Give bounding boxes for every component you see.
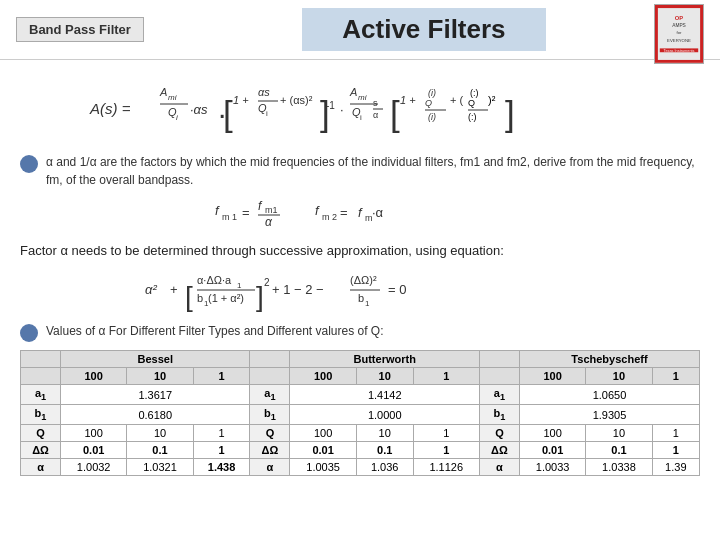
bessel-alpha-100: 1.0032 (61, 459, 127, 476)
butterworth-q-1: 1 (413, 425, 479, 442)
svg-text:=: = (242, 205, 250, 220)
th-bessel: Bessel (61, 351, 250, 368)
svg-text:f: f (358, 205, 363, 220)
tschebyscheff-q-10: 10 (586, 425, 652, 442)
butterworth-q-10: 10 (356, 425, 413, 442)
approx-formula: α² + [ α·ΔΩ·a 1 b 1 (1 + α²) ] 2 + 1 − 2… (20, 264, 700, 316)
svg-text:(i): (i) (428, 112, 436, 122)
svg-text:for: for (676, 30, 682, 35)
svg-text:A: A (349, 86, 357, 98)
th-b-10: 10 (127, 368, 193, 385)
svg-text:m1: m1 (265, 205, 278, 215)
svg-text:f: f (258, 199, 263, 213)
row-label-b1: b1 (21, 405, 61, 425)
bullet-2-dot (20, 324, 38, 342)
svg-text:Q: Q (468, 98, 475, 108)
butterworth-q-100: 100 (290, 425, 356, 442)
svg-text:=: = (340, 205, 348, 220)
svg-text:OP: OP (675, 15, 683, 21)
butterworth-dw-1: 1 (413, 442, 479, 459)
th-sub-empty3 (479, 368, 519, 385)
th-bw-1: 1 (413, 368, 479, 385)
bessel-alpha-1: 1.438 (193, 459, 250, 476)
svg-text:i: i (360, 113, 362, 122)
th-b-1: 1 (193, 368, 250, 385)
tschebyscheff-q-1: 1 (652, 425, 699, 442)
svg-text:f: f (315, 203, 320, 218)
svg-text:s: s (373, 98, 378, 108)
svg-text:·: · (340, 102, 344, 117)
th-sub-empty (21, 368, 61, 385)
row-label-alpha: α (21, 459, 61, 476)
tschebyscheff-b1: 1.9305 (519, 405, 699, 425)
butterworth-dw-10: 0.1 (356, 442, 413, 459)
svg-text:)²: )² (488, 94, 496, 106)
butterworth-alpha-100: 1.0035 (290, 459, 356, 476)
svg-text:A(s) =: A(s) = (89, 100, 131, 117)
row-label-b1-t: b1 (479, 405, 519, 425)
tschebyscheff-a1: 1.0650 (519, 385, 699, 405)
bullet-2-text: Values of α For Different Filter Types a… (46, 322, 384, 340)
formula-as-svg: A(s) = A mi Q i ·αs · [ 1 + αs Q i + (αs… (80, 74, 640, 144)
table-row: b1 0.6180 b1 1.0000 b1 1.9305 (21, 405, 700, 425)
svg-text:(1 + α²): (1 + α²) (208, 292, 244, 304)
svg-text:(:): (:) (470, 88, 479, 98)
svg-text:A: A (159, 86, 167, 98)
bessel-dw-1: 1 (193, 442, 250, 459)
svg-text:1: 1 (237, 281, 242, 290)
row-label-q-t: Q (479, 425, 519, 442)
book-cover-image: OP AMPS for EVERYONE Texas Instruments (654, 4, 704, 64)
svg-text:m 2: m 2 (322, 212, 337, 222)
bessel-q-100: 100 (61, 425, 127, 442)
bessel-dw-10: 0.1 (127, 442, 193, 459)
row-label-dw: ΔΩ (21, 442, 61, 459)
svg-text:AMPS: AMPS (672, 23, 686, 28)
svg-text:+ (: + ( (450, 94, 463, 106)
bessel-alpha-10: 1.0321 (127, 459, 193, 476)
butterworth-a1: 1.4142 (290, 385, 479, 405)
th-t-10: 10 (586, 368, 652, 385)
bullet-1-text: α and 1/α are the factors by which the m… (46, 153, 700, 189)
row-label-a1: a1 (21, 385, 61, 405)
svg-text:[: [ (185, 281, 193, 312)
bessel-b1: 0.6180 (61, 405, 250, 425)
svg-text:·αs: ·αs (190, 102, 208, 117)
bessel-q-1: 1 (193, 425, 250, 442)
tschebyscheff-dw-100: 0.01 (519, 442, 585, 459)
row-label-dw-bw: ΔΩ (250, 442, 290, 459)
tschebyscheff-q-100: 100 (519, 425, 585, 442)
row-label-q-bw: Q (250, 425, 290, 442)
svg-text:α²: α² (145, 282, 157, 297)
th-empty2 (250, 351, 290, 368)
bullet-2-row: Values of α For Different Filter Types a… (20, 322, 700, 342)
table-row: a1 1.3617 a1 1.4142 a1 1.0650 (21, 385, 700, 405)
band-pass-label: Band Pass Filter (16, 17, 144, 42)
filter-values-table: Bessel Butterworth Tschebyscheff 100 10 … (20, 350, 700, 476)
svg-text:α: α (265, 215, 273, 229)
svg-text:]: ] (505, 94, 515, 133)
table-subheader-row: 100 10 1 100 10 1 100 10 1 (21, 368, 700, 385)
row-label-b1-bw: b1 (250, 405, 290, 425)
svg-text:[: [ (223, 94, 233, 133)
svg-text:+ (αs)²: + (αs)² (280, 94, 313, 106)
row-label-alpha-t: α (479, 459, 519, 476)
bullet-1-dot (20, 155, 38, 173)
main-content: A(s) = A mi Q i ·αs · [ 1 + αs Q i + (αs… (0, 60, 720, 476)
svg-text:mi: mi (358, 93, 367, 102)
formula-as: A(s) = A mi Q i ·αs · [ 1 + αs Q i + (αs… (20, 74, 700, 147)
row-label-q: Q (21, 425, 61, 442)
row-label-a1-t: a1 (479, 385, 519, 405)
svg-text:α: α (373, 110, 378, 120)
svg-text:(ΔΩ)²: (ΔΩ)² (350, 274, 377, 286)
svg-text:2: 2 (264, 277, 270, 288)
th-t-1: 1 (652, 368, 699, 385)
bessel-q-10: 10 (127, 425, 193, 442)
bessel-a1: 1.3617 (61, 385, 250, 405)
svg-text:i: i (266, 109, 268, 118)
svg-text:+: + (170, 282, 178, 297)
butterworth-b1: 1.0000 (290, 405, 479, 425)
th-bw-100: 100 (290, 368, 356, 385)
tschebyscheff-alpha-1: 1.39 (652, 459, 699, 476)
svg-text:= 0: = 0 (388, 282, 406, 297)
svg-text:EVERYONE: EVERYONE (667, 38, 691, 43)
